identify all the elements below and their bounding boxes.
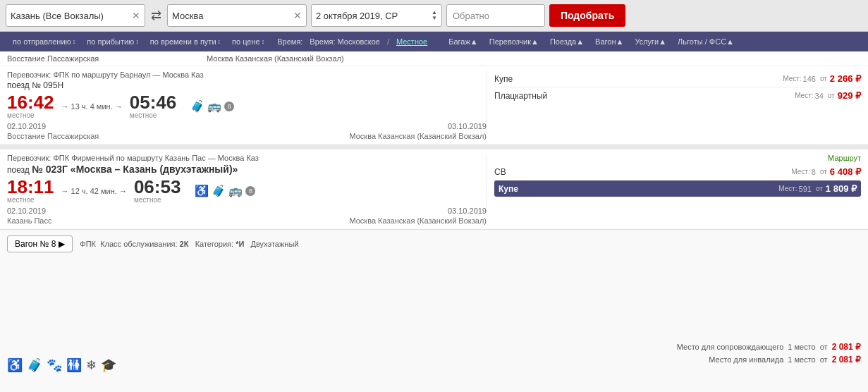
wagon8-price1-val: 2 081 ₽: [832, 342, 861, 352]
wagon8-price2-label: Место для инвалида: [709, 355, 783, 364]
return-placeholder: Обратно: [453, 11, 489, 21]
train2-sv-label: СВ: [494, 167, 791, 177]
train1-platz-seats: 34: [815, 92, 824, 100]
wagon8-info: ФПК Класс обслуживания: 2К Категория: *И…: [80, 240, 298, 248]
train2-arrive-date: 03.10.2019: [448, 207, 487, 215]
train2-arrive-station: Москва Казанская (Казанский Вокзал): [349, 216, 487, 225]
wagon8-btn[interactable]: Вагон № 8 ▶: [7, 235, 73, 252]
train1-kupe-seats-label: Мест:: [783, 75, 801, 82]
train1-carrier: Перевозчик: ФПК по маршруту Барнаул — Мо…: [7, 71, 487, 79]
date-input[interactable]: [316, 11, 429, 21]
wagon8-accessible-icon: ♿: [7, 357, 23, 373]
wagon8-detail-row: Вагон № 8 ▶ ФПК Класс обслуживания: 2К К…: [7, 235, 861, 392]
train2-depart-time: 18:11: [7, 178, 54, 196]
from-field[interactable]: ✕: [6, 4, 145, 27]
train1-badge: 8: [224, 102, 234, 111]
train1-stations-row: Восстание Пассажирская Москва Казанская …: [7, 130, 487, 140]
wagon8-wc-icon: 🚻: [66, 357, 82, 373]
sort-duration[interactable]: по времени в пути ↕: [145, 37, 226, 46]
filter-baggage[interactable]: Багаж▲: [443, 37, 483, 46]
wagon8-luggage-icon: 🧳: [27, 357, 42, 373]
train1-ticket-kupe[interactable]: Купе Мест: 146 от 2 266 ₽: [494, 71, 861, 87]
wagon8-price1-label: Место для сопровождающего: [677, 343, 784, 351]
train1-time-row: 16:42 местное → 13 ч. 4 мин. → 05:46 мес…: [7, 93, 487, 119]
train2-stations-row: Казань Пасс Москва Казанская (Казанский …: [7, 215, 487, 225]
moscow-time-btn[interactable]: Время: Московское: [305, 36, 384, 47]
date-field[interactable]: ▲▼: [311, 4, 442, 27]
train2-ticket-kupe[interactable]: Купе Мест: 591 от 1 809 ₽: [494, 180, 861, 197]
return-field[interactable]: Обратно: [446, 4, 545, 27]
train2-num-prefix: поезд: [7, 165, 30, 175]
train2-kupe-seats: 591: [799, 185, 812, 193]
train1-depart-date: 02.10.2019: [7, 122, 46, 130]
wagon8-price1-seats: 1 место: [788, 343, 815, 351]
time-label: Время:: [277, 37, 302, 46]
train1-kupe-seats: 146: [803, 75, 816, 83]
time-separator: /: [387, 37, 389, 46]
train2-num-row: поезд № 023Г «Москва – Казань (двухэтажн…: [7, 164, 487, 175]
filter-carrier[interactable]: Перевозчик▲: [484, 37, 544, 46]
train2-ticket-sv[interactable]: СВ Мест: 8 от 6 408 ₽: [494, 164, 861, 180]
search-button[interactable]: Подобрать: [549, 4, 625, 27]
filter-trains[interactable]: Поезда▲: [544, 37, 589, 46]
train2-sv-seats-label: Мест:: [791, 168, 809, 176]
to-input[interactable]: [172, 11, 291, 21]
train2-carrier: Перевозчик: ФПК Фирменный по маршруту Ка…: [7, 154, 487, 162]
wagon8-left: Вагон № 8 ▶ ФПК Класс обслуживания: 2К К…: [7, 235, 635, 392]
train1-dates-row: 02.10.2019 03.10.2019: [7, 122, 487, 130]
wagon8-price2-row: Место для инвалида 1 место от 2 081 ₽: [649, 355, 861, 365]
wagon8-price1-row: Место для сопровождающего 1 место от 2 0…: [649, 342, 861, 352]
train1-top-station: Восстание Пассажирская Москва Казанская …: [0, 51, 868, 66]
sort-depart[interactable]: по отправлению ↕: [7, 37, 81, 46]
sort-price[interactable]: по цене ↕: [226, 37, 270, 46]
sort-arrive[interactable]: по прибытию ↕: [81, 37, 145, 46]
train1-depart-block: 16:42 местное: [7, 93, 54, 119]
train2-luggage-icon: 🧳: [212, 184, 226, 197]
search-bar: ✕ ⇄ ✕ ▲▼ Обратно Подобрать: [0, 0, 868, 32]
local-time-btn[interactable]: Местное: [392, 36, 432, 47]
train1-platz-seats-label: Мест:: [795, 92, 813, 99]
sort-arrive-arrows: ↕: [135, 38, 139, 45]
train1-bus-icon: 🚌: [207, 99, 221, 113]
train2-sv-from: от: [820, 168, 827, 176]
train1-depart-station: Восстание Пассажирская: [7, 132, 99, 140]
filter-benefits[interactable]: Льготы / ФСС▲: [672, 37, 740, 46]
train1-kupe-price: 2 266 ₽: [830, 73, 861, 84]
train1-num: поезд № 095Н: [7, 80, 487, 90]
train2-icons: ♿ 🧳 🚌 8: [195, 184, 255, 197]
to-field[interactable]: ✕: [167, 4, 307, 27]
train2-accessible-icon: ♿: [195, 184, 209, 197]
train2-kupe-seats-label: Мест:: [778, 185, 797, 192]
train1-arrive-time: 05:46: [130, 93, 177, 111]
wagon8-icons: ♿ 🧳 🐾 🚻 ❄ 🎓: [7, 259, 635, 392]
filter-wagon[interactable]: Вагон▲: [589, 37, 629, 46]
time-toggle: Время: Время: Московское / Местное: [277, 36, 432, 47]
train1-platz-price: 929 ₽: [838, 90, 861, 101]
wagon8-price2-from: от: [820, 355, 828, 364]
train1-kupe-label: Купе: [494, 74, 783, 84]
train1-luggage-icon: 🧳: [190, 99, 204, 113]
train2-route-link[interactable]: Маршрут: [828, 154, 861, 162]
to-clear[interactable]: ✕: [293, 10, 302, 21]
sort-duration-arrows: ↕: [218, 38, 221, 45]
date-arrows[interactable]: ▲▼: [432, 10, 437, 21]
filter-services[interactable]: Услуги▲: [629, 37, 672, 46]
train1-duration: → 13 ч. 4 мин. →: [61, 102, 123, 111]
wagon8-ac-icon: ❄: [86, 357, 97, 373]
swap-button[interactable]: ⇄: [149, 8, 163, 23]
from-input[interactable]: [11, 11, 129, 21]
train2-depart-date: 02.10.2019: [7, 207, 46, 215]
sort-bar: по отправлению ↕ по прибытию ↕ по времен…: [0, 32, 868, 51]
wagon8-price1-from: от: [820, 343, 828, 351]
train1-row: Перевозчик: ФПК по маршруту Барнаул — Мо…: [0, 66, 868, 145]
train1-arrive-date: 03.10.2019: [448, 122, 487, 130]
train2-kupe-from: от: [816, 185, 823, 192]
wagon8-prices: Место для сопровождающего 1 место от 2 0…: [635, 342, 861, 365]
from-clear[interactable]: ✕: [132, 10, 140, 21]
train1-ticket-platz[interactable]: Плацкартный Мест: 34 от 929 ₽: [494, 87, 861, 104]
train2-kupe-label: Купе: [499, 184, 778, 194]
train2-badge: 8: [245, 186, 255, 196]
train2-right: Маршрут СВ Мест: 8 от 6 408 ₽ Купе Мест:…: [487, 154, 861, 225]
wagon8-block: Вагон № 8 ▶ ФПК Класс обслуживания: 2К К…: [0, 229, 868, 392]
train1-depart-time: 16:42: [7, 93, 54, 111]
